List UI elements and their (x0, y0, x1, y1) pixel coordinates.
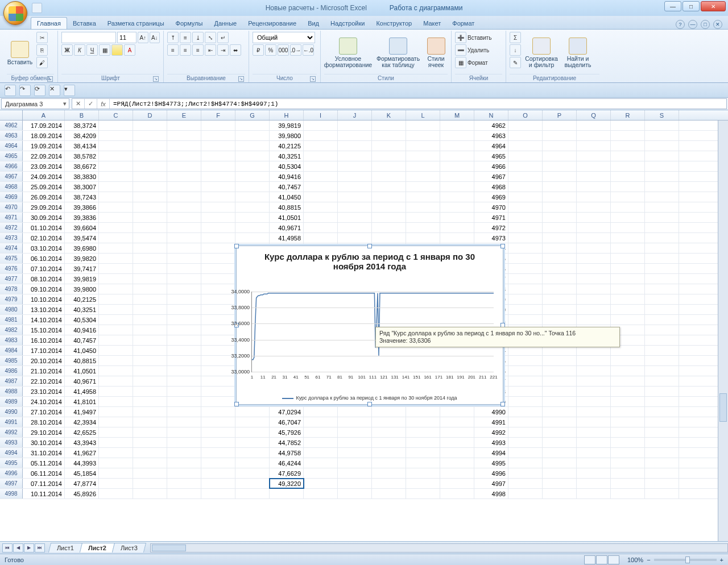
cell[interactable] (133, 284, 167, 294)
cell[interactable]: 39,6604 (65, 223, 99, 232)
cell[interactable] (508, 315, 543, 325)
cell[interactable]: 29.10.2014 (23, 427, 65, 437)
cell[interactable] (338, 202, 372, 212)
cell[interactable] (235, 151, 270, 161)
sheet-nav-last-icon[interactable]: ⏭ (35, 543, 45, 552)
cell[interactable] (167, 161, 201, 171)
cell[interactable] (99, 182, 133, 192)
cell[interactable] (645, 366, 679, 376)
cell[interactable]: 41,9627 (65, 448, 99, 458)
tab-Рецензирование[interactable]: Рецензирование (242, 18, 302, 29)
row-header[interactable]: 4987 (0, 376, 23, 386)
cell[interactable]: 4969 (474, 192, 508, 202)
cell[interactable] (508, 192, 543, 202)
cell[interactable] (543, 172, 577, 181)
cell[interactable] (543, 448, 577, 458)
col-header-P[interactable]: P (543, 110, 577, 120)
cell[interactable] (406, 479, 440, 488)
cell[interactable] (167, 458, 201, 468)
cell[interactable] (577, 254, 611, 263)
cell[interactable] (577, 172, 611, 181)
cell[interactable] (611, 387, 645, 396)
minimize-button[interactable]: — (664, 1, 681, 11)
cell[interactable] (406, 141, 440, 151)
row-header[interactable]: 4972 (0, 223, 23, 232)
cell[interactable] (338, 141, 372, 151)
cell[interactable] (577, 305, 611, 314)
cell[interactable]: 22.10.2014 (23, 376, 65, 386)
indent-inc-icon[interactable]: ⇥ (217, 44, 229, 56)
cell[interactable] (577, 438, 611, 447)
cell[interactable] (338, 233, 372, 243)
cell[interactable] (611, 305, 645, 314)
cell[interactable]: 01.10.2014 (23, 223, 65, 232)
cell[interactable] (645, 376, 679, 386)
cell[interactable] (167, 172, 201, 181)
cell[interactable]: 27.10.2014 (23, 407, 65, 417)
cell[interactable] (99, 233, 133, 243)
cell[interactable] (645, 448, 679, 458)
cell[interactable] (645, 387, 679, 396)
paste-button[interactable]: Вставить (7, 32, 33, 74)
cell[interactable]: 4970 (474, 202, 508, 212)
cell[interactable] (406, 192, 440, 202)
cell[interactable] (235, 407, 270, 417)
formula-input[interactable] (110, 99, 726, 109)
cell[interactable] (406, 438, 440, 447)
col-header-S[interactable]: S (645, 110, 679, 120)
cell[interactable] (167, 274, 201, 284)
cell[interactable]: 45,1854 (65, 468, 99, 478)
cell[interactable] (133, 294, 167, 304)
cell[interactable] (99, 427, 133, 437)
cell[interactable] (611, 407, 645, 417)
currency-icon[interactable]: ₽ (253, 44, 264, 56)
row-header[interactable]: 4986 (0, 366, 23, 376)
cell[interactable]: 45,7926 (270, 427, 304, 437)
cell[interactable] (577, 448, 611, 458)
cell[interactable] (201, 182, 235, 192)
cell[interactable] (543, 182, 577, 192)
bold-button[interactable]: Ж (61, 44, 73, 56)
col-header-R[interactable]: R (611, 110, 645, 120)
cell[interactable] (508, 161, 543, 171)
cell[interactable] (406, 202, 440, 212)
cell[interactable]: 15.10.2014 (23, 325, 65, 335)
cell[interactable]: 4991 (474, 417, 508, 427)
tab-Конструктор[interactable]: Конструктор (370, 18, 417, 29)
cell[interactable] (406, 427, 440, 437)
cell[interactable] (406, 448, 440, 458)
cell[interactable]: 06.10.2014 (23, 254, 65, 263)
align-bottom-icon[interactable]: ⤓ (192, 32, 204, 43)
cell[interactable] (167, 151, 201, 161)
col-header-C[interactable]: C (99, 110, 133, 120)
cell[interactable] (99, 294, 133, 304)
cell[interactable] (304, 479, 338, 488)
cell[interactable]: 38,5782 (65, 151, 99, 161)
conditional-format-button[interactable]: Условное форматирование (324, 32, 372, 74)
row-header[interactable]: 4965 (0, 151, 23, 161)
cell[interactable] (338, 438, 372, 447)
cell[interactable] (99, 489, 133, 498)
cell[interactable] (645, 131, 679, 140)
cell[interactable] (611, 438, 645, 447)
cell[interactable] (99, 131, 133, 140)
cell[interactable] (577, 243, 611, 253)
cell[interactable] (167, 233, 201, 243)
chart-title[interactable]: Курс доллара к рублю за период с 1 январ… (237, 246, 503, 273)
cell[interactable]: 28.10.2014 (23, 417, 65, 427)
cell[interactable] (611, 294, 645, 304)
cell[interactable] (167, 264, 201, 273)
cell[interactable] (440, 213, 474, 222)
cell[interactable]: 4965 (474, 151, 508, 161)
cell[interactable]: 4997 (474, 479, 508, 488)
cell[interactable] (338, 458, 372, 468)
cell[interactable]: 30.10.2014 (23, 438, 65, 447)
cell[interactable] (304, 192, 338, 202)
cell[interactable] (645, 284, 679, 294)
cell[interactable]: 40,2125 (65, 294, 99, 304)
cell[interactable]: 40,2125 (270, 141, 304, 151)
cell[interactable] (645, 151, 679, 161)
cell[interactable] (235, 448, 270, 458)
cell[interactable]: 03.10.2014 (23, 243, 65, 253)
cell[interactable] (133, 172, 167, 181)
